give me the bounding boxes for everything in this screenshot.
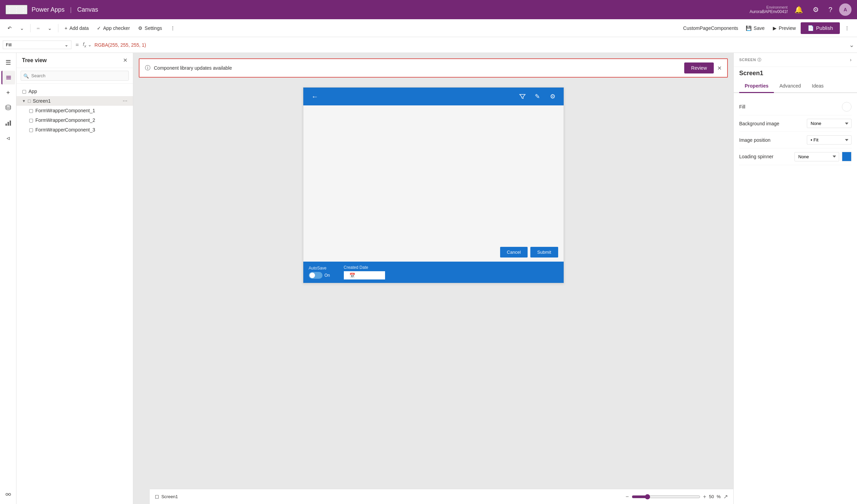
gear-icon[interactable]: ⚙ — [547, 91, 558, 102]
fill-color-swatch[interactable] — [842, 102, 852, 112]
notifications-button[interactable]: 🔔 — [792, 4, 806, 15]
help-button[interactable]: ? — [826, 4, 835, 15]
settings-button[interactable]: ⚙ — [810, 4, 822, 15]
title-separator: | — [70, 6, 72, 13]
formula-fx-label: fx ⌄ — [83, 42, 92, 48]
more-icon[interactable]: ⋯ — [123, 98, 127, 104]
cancel-button[interactable]: Cancel — [500, 247, 528, 257]
list-item[interactable]: ▼ □ Screen1 ⋯ — [16, 96, 133, 106]
zoom-slider[interactable] — [632, 494, 700, 500]
loading-spinner-label: Loading spinner — [739, 154, 774, 159]
list-item[interactable]: ▢ FormWrapperComponent_3 — [23, 125, 133, 135]
right-panel: SCREEN ⓘ › Screen1 Properties Advanced I… — [733, 53, 857, 504]
toolbar-more-button[interactable]: ⋮ — [841, 23, 853, 33]
tab-ideas[interactable]: Ideas — [807, 80, 829, 93]
app-checker-label: App checker — [103, 25, 130, 31]
search-input[interactable] — [21, 71, 129, 81]
loading-color-swatch[interactable] — [842, 152, 852, 161]
copy-dropdown[interactable]: ⌄ — [44, 23, 55, 33]
add-data-button[interactable]: + Add data — [61, 23, 92, 33]
screen-checkbox: □ — [155, 494, 159, 500]
svg-rect-1 — [6, 77, 11, 78]
edit-icon[interactable]: ✎ — [532, 91, 543, 102]
screen1-label: Screen1 — [33, 98, 50, 104]
back-button[interactable]: ← — [309, 90, 321, 103]
form2-label: FormWrapperComponent_2 — [35, 117, 95, 123]
play-icon: ▶ — [773, 25, 777, 31]
filter-icon[interactable] — [517, 91, 528, 102]
loading-spinner-dropdown[interactable]: None — [794, 152, 839, 161]
toggle-thumb — [309, 273, 315, 278]
calendar-icon[interactable]: 📅 — [349, 273, 355, 278]
analytics-button[interactable] — [1, 116, 15, 130]
panel-expand-button[interactable]: › — [850, 57, 852, 62]
list-item[interactable]: ▢ FormWrapperComponent_2 — [23, 115, 133, 125]
grid-menu-button[interactable]: ⋮⋮⋮ — [5, 5, 27, 14]
list-item[interactable]: ▢ FormWrapperComponent_1 — [23, 106, 133, 115]
notification-text: Component library updates available — [154, 65, 681, 71]
tab-properties[interactable]: Properties — [739, 80, 774, 93]
zoom-unit: % — [717, 494, 721, 499]
component-icon: ▢ — [29, 127, 33, 133]
canvas-area: ⓘ Component library updates available Re… — [133, 53, 733, 504]
svg-point-7 — [6, 493, 8, 495]
right-tabs: Properties Advanced Ideas — [734, 80, 857, 93]
formula-input[interactable] — [94, 42, 846, 48]
zoom-out-button[interactable]: − — [625, 494, 629, 500]
undo-dropdown[interactable]: ⌄ — [16, 23, 27, 33]
image-position-dropdown[interactable]: ▪ Fit — [807, 135, 852, 145]
tab-advanced[interactable]: Advanced — [774, 80, 806, 93]
app-checker-button[interactable]: ✓ App checker — [93, 23, 133, 33]
add-component-button[interactable]: + — [1, 86, 15, 100]
data-button[interactable] — [1, 101, 15, 115]
publish-icon: 📄 — [808, 25, 814, 31]
dropdown-chevron: ⌄ — [65, 42, 68, 47]
app-label: App — [29, 89, 37, 94]
publish-button[interactable]: 📄 Publish — [801, 22, 840, 34]
component-icon: ▢ — [29, 117, 33, 123]
autosave-label: AutoSave — [309, 266, 330, 271]
zoom-in-button[interactable]: + — [703, 494, 706, 500]
fill-value — [842, 102, 852, 112]
page-name: CustomPageComponents — [680, 25, 741, 31]
formula-expand-icon[interactable]: ⌄ — [849, 41, 854, 49]
svg-rect-6 — [10, 121, 11, 126]
app-canvas-wrapper: ← ✎ ⚙ Cancel Submit AutoSave — [303, 87, 564, 283]
variables-button[interactable] — [1, 488, 15, 501]
chevron-down-icon: ▼ — [22, 99, 26, 103]
fullscreen-button[interactable]: ↗ — [723, 493, 728, 500]
background-image-dropdown[interactable]: None — [807, 119, 852, 128]
undo-button[interactable]: ↶ — [4, 23, 15, 33]
topbar: ⋮⋮⋮ Power Apps | Canvas Environment Auro… — [0, 0, 857, 19]
notification-banner: ⓘ Component library updates available Re… — [139, 58, 728, 78]
autosave-toggle[interactable]: On — [309, 272, 330, 279]
review-button[interactable]: Review — [684, 62, 714, 73]
notification-close-button[interactable]: ✕ — [717, 65, 722, 71]
copy-button[interactable]: ⎓ — [33, 23, 43, 33]
submit-button[interactable]: Submit — [530, 247, 558, 257]
add-data-label: Add data — [69, 25, 89, 31]
save-button[interactable]: 💾 Save — [742, 23, 768, 33]
settings-toolbar-button[interactable]: ⚙ Settings — [135, 23, 166, 33]
save-icon: 💾 — [746, 25, 752, 31]
layers-button[interactable] — [1, 71, 15, 84]
date-input[interactable]: 📅 — [344, 271, 385, 279]
image-position-label: Image position — [739, 137, 770, 143]
connections-button[interactable]: ◃ — [1, 131, 15, 145]
svg-rect-5 — [8, 122, 9, 126]
form3-label: FormWrapperComponent_3 — [35, 127, 95, 133]
autosave-field: AutoSave On — [309, 266, 330, 279]
property-dropdown[interactable]: Fill ⌄ — [3, 41, 71, 49]
preview-button[interactable]: ▶ Preview — [769, 23, 799, 33]
avatar[interactable]: A — [839, 3, 852, 16]
zoom-value: 50 — [709, 494, 714, 499]
environment-info: Environment AuroraBAPEnv0041f — [749, 5, 788, 14]
help-icon[interactable]: ⓘ — [757, 57, 762, 62]
more-options-button[interactable]: ⋮ — [167, 23, 179, 33]
svg-point-8 — [9, 493, 11, 495]
toggle-track[interactable] — [309, 272, 323, 279]
search-icon: 🔍 — [23, 73, 29, 78]
tree-close-button[interactable]: ✕ — [123, 57, 127, 64]
nav-menu-button[interactable]: ☰ — [1, 56, 15, 69]
list-item[interactable]: ▢ App — [16, 87, 133, 96]
